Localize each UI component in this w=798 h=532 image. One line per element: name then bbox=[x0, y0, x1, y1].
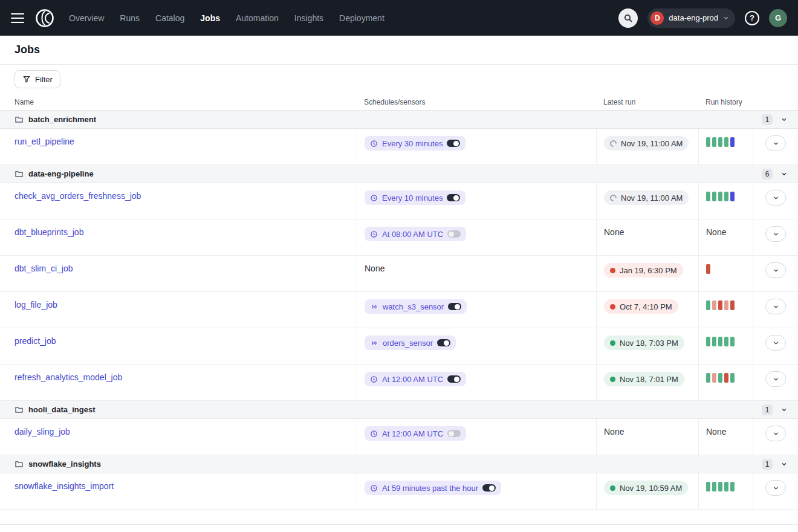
run-history-bar[interactable] bbox=[712, 482, 716, 491]
schedule-pill[interactable]: At 59 minutes past the hour bbox=[365, 481, 501, 495]
job-name-link[interactable]: refresh_analytics_model_job bbox=[15, 372, 122, 382]
sensor-toggle[interactable] bbox=[448, 303, 461, 310]
latest-run-pill[interactable]: Nov 19, 11:00 AM bbox=[604, 136, 689, 151]
schedule-pill[interactable]: At 08:00 AM UTC bbox=[365, 227, 466, 241]
group-name: data-eng-pipeline bbox=[28, 169, 94, 178]
sensor-pill[interactable]: orders_sensor bbox=[365, 336, 456, 350]
nav-runs[interactable]: Runs bbox=[120, 13, 140, 23]
latest-run-pill[interactable]: Oct 7, 4:10 PM bbox=[604, 299, 678, 314]
expand-row-button[interactable] bbox=[765, 262, 786, 278]
run-history-bar[interactable] bbox=[724, 373, 728, 383]
schedule-pill[interactable]: Every 30 minutes bbox=[365, 136, 465, 151]
expand-row-button[interactable] bbox=[765, 371, 786, 387]
run-history-bar[interactable] bbox=[730, 137, 735, 147]
latest-run-pill[interactable]: Jan 19, 6:30 PM bbox=[604, 263, 683, 277]
nav-jobs[interactable]: Jobs bbox=[200, 13, 220, 23]
deployment-switcher[interactable]: D data-eng-prod bbox=[647, 8, 735, 28]
run-history-bar[interactable] bbox=[724, 337, 728, 346]
run-history-bar[interactable] bbox=[718, 482, 722, 491]
run-history-bar[interactable] bbox=[718, 337, 722, 346]
job-name-link[interactable]: log_file_job bbox=[15, 300, 57, 310]
run-history bbox=[698, 328, 753, 364]
run-history-bar[interactable] bbox=[724, 192, 728, 201]
status-dot bbox=[610, 377, 615, 382]
run-history-bar[interactable] bbox=[724, 482, 728, 491]
collapse-caret-icon[interactable] bbox=[781, 407, 787, 413]
schedule-toggle[interactable] bbox=[447, 140, 460, 147]
run-history-bar[interactable] bbox=[730, 337, 735, 346]
job-name-link[interactable]: run_etl_pipeline bbox=[15, 137, 74, 146]
nav-automation[interactable]: Automation bbox=[236, 13, 279, 23]
search-button[interactable] bbox=[618, 8, 638, 28]
job-name-link[interactable]: snowflake_insights_import bbox=[15, 481, 114, 491]
run-history-bar[interactable] bbox=[712, 137, 716, 147]
job-name-link[interactable]: dbt_slim_ci_job bbox=[15, 264, 73, 273]
job-name-link[interactable]: daily_sling_job bbox=[15, 427, 70, 436]
help-button[interactable]: ? bbox=[745, 11, 759, 25]
latest-run-pill[interactable]: Nov 19, 11:00 AM bbox=[604, 190, 689, 205]
run-history-bar[interactable] bbox=[706, 264, 710, 274]
dagster-logo[interactable] bbox=[34, 7, 56, 29]
run-history-bar[interactable] bbox=[706, 300, 710, 310]
run-history-bar[interactable] bbox=[730, 373, 735, 383]
collapse-caret-icon[interactable] bbox=[781, 117, 787, 123]
expand-row-button[interactable] bbox=[765, 299, 786, 314]
latest-run-time: Nov 19, 11:00 AM bbox=[621, 139, 683, 148]
schedule-pill[interactable]: Every 10 minutes bbox=[365, 190, 465, 205]
run-history-bar[interactable] bbox=[724, 300, 728, 310]
expand-row-button[interactable] bbox=[765, 190, 786, 206]
job-name-link[interactable]: check_avg_orders_freshness_job bbox=[15, 191, 141, 201]
sensor-toggle[interactable] bbox=[437, 339, 450, 346]
filter-button[interactable]: Filter bbox=[15, 70, 60, 88]
job-row: run_etl_pipeline Every 30 minutes Nov 19… bbox=[0, 129, 798, 165]
expand-row-button[interactable] bbox=[765, 335, 786, 351]
status-dot bbox=[610, 340, 615, 346]
run-history-bar[interactable] bbox=[718, 373, 722, 383]
collapse-caret-icon[interactable] bbox=[781, 171, 787, 177]
run-history-bar[interactable] bbox=[730, 192, 735, 201]
run-history-bar[interactable] bbox=[730, 300, 735, 310]
nav-overview[interactable]: Overview bbox=[69, 13, 104, 23]
nav-insights[interactable]: Insights bbox=[294, 13, 323, 23]
schedule-toggle[interactable] bbox=[482, 484, 496, 491]
latest-run-pill[interactable]: Nov 18, 7:03 PM bbox=[604, 336, 684, 350]
run-history-bar[interactable] bbox=[706, 337, 710, 346]
run-history-bar[interactable] bbox=[718, 192, 722, 201]
job-name-link[interactable]: predict_job bbox=[15, 336, 56, 346]
run-history-bar[interactable] bbox=[730, 482, 735, 491]
schedule-toggle[interactable] bbox=[447, 194, 460, 201]
run-history-bar[interactable] bbox=[706, 373, 710, 383]
schedule-toggle[interactable] bbox=[447, 375, 461, 383]
run-history-bar[interactable] bbox=[712, 373, 716, 383]
clock-icon bbox=[370, 194, 378, 202]
run-history-bar[interactable] bbox=[706, 192, 710, 201]
expand-row-button[interactable] bbox=[765, 226, 786, 242]
nav-deployment[interactable]: Deployment bbox=[339, 13, 384, 23]
run-history-bar[interactable] bbox=[712, 192, 716, 201]
expand-row-button[interactable] bbox=[765, 426, 786, 441]
schedule-pill[interactable]: At 12:00 AM UTC bbox=[365, 426, 466, 441]
schedule-toggle[interactable] bbox=[447, 230, 461, 238]
schedule-toggle[interactable] bbox=[447, 430, 461, 437]
schedule-label: At 12:00 AM UTC bbox=[382, 429, 443, 438]
run-history-bar[interactable] bbox=[718, 300, 722, 310]
sensor-pill[interactable]: watch_s3_sensor bbox=[365, 299, 467, 314]
job-name-link[interactable]: dbt_blueprints_job bbox=[15, 227, 83, 237]
expand-row-button[interactable] bbox=[765, 135, 786, 151]
nav-catalog[interactable]: Catalog bbox=[155, 13, 184, 23]
run-history bbox=[698, 292, 753, 328]
run-history-bar[interactable] bbox=[712, 337, 716, 346]
run-history-bar[interactable] bbox=[706, 482, 710, 491]
user-avatar[interactable]: G bbox=[769, 9, 787, 27]
collapse-caret-icon[interactable] bbox=[781, 461, 787, 467]
run-history-bar[interactable] bbox=[712, 300, 716, 310]
menu-icon[interactable] bbox=[11, 13, 24, 23]
run-history-bar[interactable] bbox=[706, 137, 710, 147]
expand-row-button[interactable] bbox=[765, 480, 786, 496]
latest-run-pill[interactable]: Nov 19, 10:59 AM bbox=[604, 481, 688, 495]
schedule-pill[interactable]: At 12:00 AM UTC bbox=[365, 372, 466, 386]
run-history-bar[interactable] bbox=[724, 137, 728, 147]
run-history-bar[interactable] bbox=[718, 137, 722, 147]
page-header: Jobs bbox=[0, 36, 798, 65]
latest-run-pill[interactable]: Nov 18, 7:01 PM bbox=[604, 372, 684, 386]
